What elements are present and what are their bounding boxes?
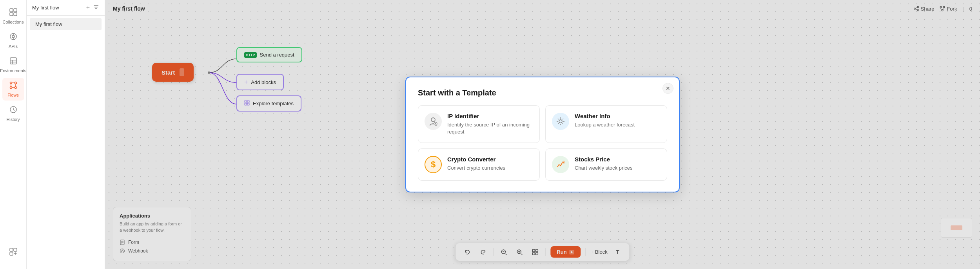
svg-point-74 (563, 161, 565, 163)
apis-icon (9, 32, 18, 43)
canvas-area: My first flow Share Fork | 0 (105, 0, 980, 269)
file-panel-title: My first flow (32, 5, 59, 11)
sidebar: Collections APIs Environments Flows Hist… (0, 0, 27, 269)
file-panel-actions: + (86, 4, 99, 11)
weather-info-desc: Lookup a weather forecast (575, 121, 661, 128)
svg-point-12 (10, 82, 12, 84)
sidebar-item-flows-label: Flows (7, 93, 19, 97)
stocks-price-desc: Chart weekly stock prices (575, 165, 661, 172)
svg-rect-0 (10, 9, 13, 12)
weather-info-icon (552, 113, 569, 130)
svg-point-15 (15, 87, 16, 89)
sidebar-item-history[interactable]: History (2, 102, 24, 125)
stocks-price-name: Stocks Price (575, 156, 661, 163)
svg-point-13 (15, 82, 16, 84)
modal-title: Start with a Template (418, 88, 667, 97)
crypto-converter-info: Crypto Converter Convert crypto currenci… (447, 156, 533, 172)
flows-icon (9, 81, 18, 91)
svg-point-14 (10, 87, 12, 89)
weather-info-info: Weather Info Lookup a weather forecast (575, 113, 661, 128)
svg-rect-18 (14, 248, 17, 251)
modal-overlay: ✕ Start with a Template IP Identifier Id… (105, 0, 980, 269)
svg-rect-19 (10, 252, 13, 255)
sidebar-item-add[interactable] (2, 244, 24, 261)
svg-rect-2 (10, 13, 13, 16)
template-card-ip-identifier[interactable]: IP Identifier Identify the source IP of … (418, 105, 540, 143)
svg-line-72 (558, 123, 559, 124)
crypto-converter-icon: $ (425, 156, 442, 173)
crypto-converter-name: Crypto Converter (447, 156, 533, 163)
ip-identifier-info: IP Identifier Identify the source IP of … (447, 113, 533, 135)
svg-point-69 (559, 120, 562, 123)
svg-point-61 (431, 118, 435, 122)
ip-identifier-desc: Identify the source IP of an incoming re… (447, 121, 533, 135)
sidebar-item-flows[interactable]: Flows (2, 78, 24, 101)
weather-info-name: Weather Info (575, 113, 661, 119)
sidebar-item-history-label: History (6, 117, 20, 122)
template-grid: IP Identifier Identify the source IP of … (418, 105, 667, 181)
environments-icon (9, 57, 18, 67)
svg-point-5 (12, 35, 15, 38)
filter-button[interactable] (93, 4, 99, 11)
history-icon (9, 105, 18, 116)
svg-rect-1 (14, 9, 17, 12)
add-flow-button[interactable]: + (86, 4, 90, 11)
sidebar-item-apis[interactable]: APIs (2, 29, 24, 52)
template-modal: ✕ Start with a Template IP Identifier Id… (405, 77, 680, 192)
svg-rect-17 (10, 248, 13, 251)
svg-rect-3 (14, 13, 17, 16)
stocks-price-icon (552, 156, 569, 173)
ip-identifier-name: IP Identifier (447, 113, 533, 119)
sidebar-item-apis-label: APIs (9, 44, 18, 49)
template-card-weather-info[interactable]: Weather Info Lookup a weather forecast (545, 105, 667, 143)
template-card-crypto-converter[interactable]: $ Crypto Converter Convert crypto curren… (418, 148, 540, 181)
file-panel: My first flow + My first flow (27, 0, 105, 269)
stocks-price-info: Stocks Price Chart weekly stock prices (575, 156, 661, 172)
sidebar-item-collections-label: Collections (3, 20, 24, 24)
svg-line-70 (558, 119, 559, 119)
crypto-converter-desc: Convert crypto currencies (447, 165, 533, 172)
svg-line-73 (563, 119, 563, 119)
file-panel-header: My first flow + (27, 0, 105, 16)
sidebar-item-collections[interactable]: Collections (2, 5, 24, 27)
svg-line-71 (563, 123, 563, 124)
modal-close-button[interactable]: ✕ (662, 83, 673, 94)
sidebar-item-environments[interactable]: Environments (2, 53, 24, 76)
add-grid-icon (9, 247, 18, 258)
ip-identifier-icon (425, 113, 442, 130)
template-card-stocks-price[interactable]: Stocks Price Chart weekly stock prices (545, 148, 667, 181)
sidebar-item-environments-label: Environments (0, 68, 26, 73)
collections-icon (9, 8, 18, 18)
flow-item[interactable]: My first flow (30, 18, 102, 30)
svg-rect-8 (10, 58, 16, 64)
